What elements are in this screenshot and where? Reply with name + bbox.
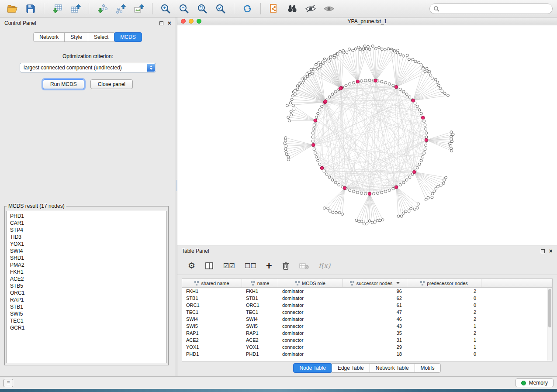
export-table-button[interactable] xyxy=(68,2,83,16)
mcds-result-item[interactable]: RAP1 xyxy=(10,296,163,303)
export-image-button[interactable] xyxy=(131,2,147,16)
mcds-result-item[interactable]: SWI4 xyxy=(10,248,163,254)
network-view-canvas[interactable] xyxy=(177,25,557,245)
open-file-button[interactable] xyxy=(4,2,20,16)
float-table-panel-icon[interactable] xyxy=(541,249,545,253)
cell-mcds-role: dominator xyxy=(278,351,343,358)
mcds-result-item[interactable]: ORC1 xyxy=(10,289,163,296)
cell-mcds-role: dominator xyxy=(278,288,343,295)
columns-icon[interactable] xyxy=(205,262,214,270)
delete-table-icon[interactable] xyxy=(299,262,309,270)
cell-name: PHD1 xyxy=(242,351,278,358)
column-header-predecessor-nodes[interactable]: predecessor nodes xyxy=(407,279,481,287)
table-row[interactable]: PHD1 PHD1 dominator 18 0 xyxy=(182,351,552,358)
column-label: shared name xyxy=(201,281,229,286)
import-network-icon xyxy=(97,3,108,14)
search-input[interactable] xyxy=(442,6,549,12)
global-search[interactable] xyxy=(429,3,553,14)
mcds-result-item[interactable]: ACE2 xyxy=(10,275,163,282)
mcds-result-item[interactable]: STP4 xyxy=(10,227,163,234)
mcds-result-item[interactable]: SRD1 xyxy=(10,254,163,261)
tab-network-table[interactable]: Network Table xyxy=(370,363,415,373)
column-header-name[interactable]: name xyxy=(242,279,278,287)
cell-name: TEC1 xyxy=(242,309,278,316)
float-panel-icon[interactable] xyxy=(159,21,163,25)
close-panel-icon[interactable]: × xyxy=(168,21,171,25)
zoom-in-button[interactable] xyxy=(158,2,173,16)
table-row[interactable]: FKH1 FKH1 dominator 96 2 xyxy=(182,288,552,295)
task-history-button[interactable]: ≡ xyxy=(3,379,13,387)
mcds-result-item[interactable]: PMA2 xyxy=(10,261,163,268)
mcds-result-item[interactable]: FKH1 xyxy=(10,268,163,275)
mcds-result-title: MCDS result (17 nodes) xyxy=(7,203,66,209)
column-header-shared-name[interactable]: shared name xyxy=(182,279,242,287)
zoom-out-icon xyxy=(178,3,190,14)
scrollbar-thumb[interactable] xyxy=(548,289,551,327)
network-graph[interactable] xyxy=(177,25,556,245)
mcds-result-item[interactable]: STB1 xyxy=(10,303,163,310)
import-table-button[interactable] xyxy=(49,2,65,16)
hide-selection-button[interactable] xyxy=(303,2,318,16)
mcds-result-item[interactable]: GCR1 xyxy=(10,324,163,331)
cell-successor-nodes: 18 xyxy=(343,351,407,358)
deselect-all-icon[interactable]: ☐☐ xyxy=(245,262,256,269)
table-row[interactable]: SWI5 SWI5 connector 43 1 xyxy=(182,323,552,330)
delete-trash-icon[interactable] xyxy=(282,261,290,270)
add-column-icon[interactable]: + xyxy=(266,261,272,270)
table-row[interactable]: YOX1 YOX1 connector 29 1 xyxy=(182,344,552,351)
column-header-mcds-role[interactable]: MCDS role xyxy=(278,279,343,287)
tab-style[interactable]: Style xyxy=(64,32,88,42)
cell-mcds-role: dominator xyxy=(278,330,343,337)
table-settings-gear-icon[interactable]: ⚙ xyxy=(188,261,195,270)
table-row[interactable]: ORC1 ORC1 dominator 61 0 xyxy=(182,302,552,309)
zoom-out-button[interactable] xyxy=(176,2,192,16)
table-scrollbar[interactable] xyxy=(547,288,552,361)
refresh-layout-button[interactable] xyxy=(239,2,255,16)
search-network-button[interactable] xyxy=(284,2,300,16)
function-builder-icon[interactable]: f(x) xyxy=(318,261,330,270)
mcds-result-item[interactable]: PHD1 xyxy=(10,213,163,220)
close-table-panel-icon[interactable]: × xyxy=(549,249,553,253)
mcds-result-item[interactable]: YOX1 xyxy=(10,241,163,248)
mcds-result-item[interactable]: TEC1 xyxy=(10,317,163,324)
cell-mcds-role: connector xyxy=(278,309,343,316)
save-session-button[interactable] xyxy=(23,2,38,16)
tab-node-table[interactable]: Node Table xyxy=(293,363,332,373)
mcds-result-list[interactable]: PHD1CAR1STP4TID3YOX1SWI4SRD1PMA2FKH1ACE2… xyxy=(7,211,166,363)
mcds-result-item[interactable]: STB5 xyxy=(10,282,163,289)
table-row[interactable]: TEC1 TEC1 connector 47 2 xyxy=(182,309,552,316)
cell-filler xyxy=(481,323,552,330)
column-label: predecessor nodes xyxy=(427,281,468,286)
criterion-value: largest connected component (undirected) xyxy=(24,65,122,71)
tab-select[interactable]: Select xyxy=(88,32,114,42)
zoom-fit-button[interactable] xyxy=(194,2,210,16)
table-row[interactable]: STB1 STB1 dominator 62 0 xyxy=(182,295,552,302)
column-header-successor-nodes[interactable]: successor nodes xyxy=(343,279,407,287)
tab-mcds[interactable]: MCDS xyxy=(114,32,142,42)
run-mcds-button[interactable]: Run MCDS xyxy=(43,79,84,89)
mcds-result-item[interactable]: TID3 xyxy=(10,234,163,241)
mcds-result-item[interactable]: CAR1 xyxy=(10,220,163,227)
dropdown-stepper-icon[interactable] xyxy=(147,64,155,72)
tab-network[interactable]: Network xyxy=(33,32,65,42)
table-row[interactable]: RAP1 RAP1 dominator 35 2 xyxy=(182,330,552,337)
cell-shared-name: YOX1 xyxy=(182,344,242,351)
tab-motifs[interactable]: Motifs xyxy=(415,363,441,373)
table-tabs: Node Table Edge Table Network Table Moti… xyxy=(294,363,440,373)
main-toolbar xyxy=(0,0,557,17)
zoom-selected-button[interactable] xyxy=(213,2,228,16)
network-window-titlebar[interactable]: YPA_prune.txt_1 xyxy=(177,17,557,25)
criterion-dropdown[interactable]: largest connected component (undirected) xyxy=(20,63,156,72)
close-panel-button[interactable]: Close panel xyxy=(90,79,133,89)
mcds-result-item[interactable]: SWI5 xyxy=(10,310,163,317)
memory-button[interactable]: Memory xyxy=(515,378,554,387)
import-network-button[interactable] xyxy=(94,2,110,16)
table-row[interactable]: SWI4 SWI4 dominator 46 2 xyxy=(182,316,552,323)
select-all-icon[interactable]: ☑☑ xyxy=(223,262,235,269)
tab-edge-table[interactable]: Edge Table xyxy=(332,363,370,373)
show-selection-button[interactable] xyxy=(321,2,337,16)
toolbar-separator xyxy=(260,3,261,14)
export-network-button[interactable] xyxy=(113,2,128,16)
table-row[interactable]: ACE2 ACE2 connector 31 1 xyxy=(182,337,552,344)
share-document-button[interactable] xyxy=(266,2,282,16)
